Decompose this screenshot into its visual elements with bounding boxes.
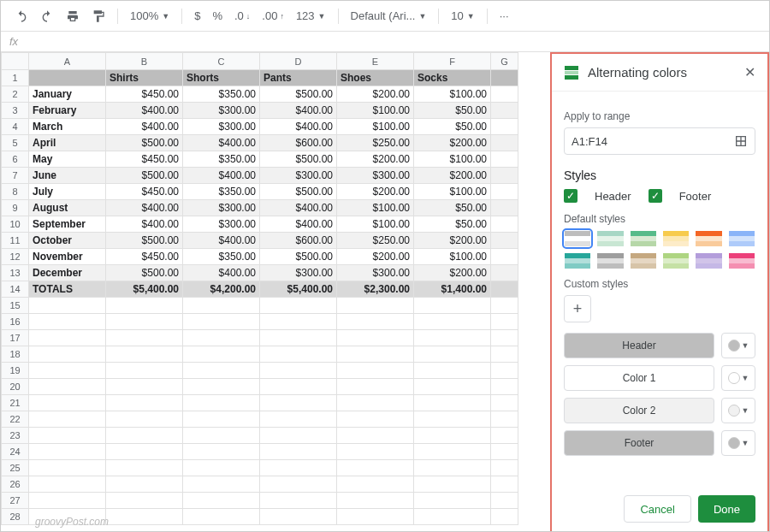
cell[interactable] (337, 460, 414, 476)
cell[interactable]: $500.00 (260, 151, 337, 168)
cell[interactable] (491, 444, 518, 460)
cell[interactable] (414, 330, 491, 346)
cell[interactable]: February (29, 103, 106, 119)
cell[interactable]: $100.00 (414, 151, 491, 168)
cell[interactable]: $400.00 (106, 119, 183, 135)
cell[interactable]: $400.00 (183, 135, 260, 151)
row-header[interactable]: 15 (2, 298, 29, 314)
cell[interactable]: $250.00 (337, 233, 414, 249)
range-input[interactable]: A1:F14 (564, 127, 755, 155)
cell[interactable] (414, 493, 491, 509)
cell[interactable] (491, 151, 518, 168)
cell[interactable] (414, 444, 491, 460)
paint-format-button[interactable] (86, 6, 110, 27)
cancel-button[interactable]: Cancel (624, 495, 690, 523)
cell[interactable]: September (29, 216, 106, 233)
style-swatch-0[interactable] (564, 230, 591, 247)
cell[interactable] (491, 233, 518, 249)
style-swatch-5[interactable] (728, 230, 755, 247)
cell[interactable] (106, 395, 183, 411)
cell[interactable]: November (29, 249, 106, 265)
row-header[interactable]: 28 (2, 509, 29, 525)
cell[interactable] (337, 411, 414, 428)
style-swatch-4[interactable] (695, 230, 722, 247)
cell[interactable]: $450.00 (106, 184, 183, 200)
row-header[interactable]: 6 (2, 151, 29, 168)
cell[interactable] (491, 119, 518, 135)
cell[interactable] (106, 509, 183, 525)
cell[interactable] (337, 493, 414, 509)
cell[interactable] (414, 428, 491, 444)
cell[interactable] (491, 346, 518, 363)
cell[interactable]: $200.00 (337, 184, 414, 200)
cell[interactable] (414, 298, 491, 314)
cell[interactable]: $400.00 (260, 103, 337, 119)
cell[interactable]: $100.00 (337, 119, 414, 135)
cell[interactable] (414, 395, 491, 411)
row-header[interactable]: 5 (2, 135, 29, 151)
cell[interactable]: July (29, 184, 106, 200)
cell[interactable]: Shirts (106, 70, 183, 86)
cell[interactable]: $500.00 (106, 168, 183, 184)
cell[interactable]: Shoes (337, 70, 414, 86)
style-swatch-7[interactable] (596, 252, 624, 269)
cell[interactable] (260, 411, 337, 428)
cell[interactable]: $500.00 (106, 233, 183, 249)
format-123-select[interactable]: 123▼ (291, 7, 331, 25)
cell[interactable]: $400.00 (183, 168, 260, 184)
cell[interactable] (491, 249, 518, 265)
currency-button[interactable]: $ (189, 6, 205, 26)
cell[interactable] (106, 411, 183, 428)
cell[interactable] (414, 314, 491, 330)
cell[interactable]: $300.00 (183, 200, 260, 216)
cell[interactable]: March (29, 119, 106, 135)
cell[interactable] (183, 428, 260, 444)
cell[interactable] (29, 460, 106, 476)
cell[interactable] (29, 363, 106, 379)
cell[interactable] (106, 363, 183, 379)
select-all-corner[interactable] (2, 53, 29, 70)
cell[interactable] (183, 314, 260, 330)
cell[interactable]: $200.00 (414, 233, 491, 249)
cell[interactable] (491, 135, 518, 151)
cell[interactable]: $200.00 (337, 86, 414, 103)
row-header[interactable]: 2 (2, 86, 29, 103)
cell[interactable] (29, 476, 106, 493)
cell[interactable] (414, 460, 491, 476)
col-header-E[interactable]: E (337, 53, 414, 70)
row-header[interactable]: 9 (2, 200, 29, 216)
cell[interactable]: $450.00 (106, 86, 183, 103)
cell[interactable]: $300.00 (183, 103, 260, 119)
col-header-B[interactable]: B (106, 53, 183, 70)
col-header-G[interactable]: G (491, 53, 518, 70)
cell[interactable] (337, 314, 414, 330)
row-header[interactable]: 8 (2, 184, 29, 200)
formula-bar[interactable]: fx (1, 32, 769, 52)
footer-checkbox[interactable]: ✓ (649, 189, 662, 203)
cell[interactable]: $400.00 (106, 103, 183, 119)
row-header[interactable]: 23 (2, 428, 29, 444)
cell[interactable] (337, 428, 414, 444)
cell[interactable] (29, 395, 106, 411)
cell[interactable] (260, 476, 337, 493)
cell[interactable] (337, 298, 414, 314)
cell[interactable]: $50.00 (414, 216, 491, 233)
cell[interactable]: December (29, 265, 106, 281)
row-header[interactable]: 19 (2, 363, 29, 379)
style-swatch-6[interactable] (564, 252, 591, 269)
row-header[interactable]: 11 (2, 233, 29, 249)
style-header-color-picker[interactable]: ▼ (721, 333, 755, 358)
cell[interactable] (106, 444, 183, 460)
cell[interactable] (260, 428, 337, 444)
col-header-F[interactable]: F (414, 53, 491, 70)
cell[interactable]: $500.00 (260, 86, 337, 103)
row-header[interactable]: 21 (2, 395, 29, 411)
header-checkbox[interactable]: ✓ (564, 189, 578, 203)
cell[interactable] (491, 411, 518, 428)
cell[interactable]: $5,400.00 (106, 281, 183, 298)
style-footer-color-picker[interactable]: ▼ (721, 430, 755, 456)
cell[interactable] (260, 395, 337, 411)
cell[interactable] (337, 346, 414, 363)
row-header[interactable]: 4 (2, 119, 29, 135)
cell[interactable] (260, 509, 337, 525)
